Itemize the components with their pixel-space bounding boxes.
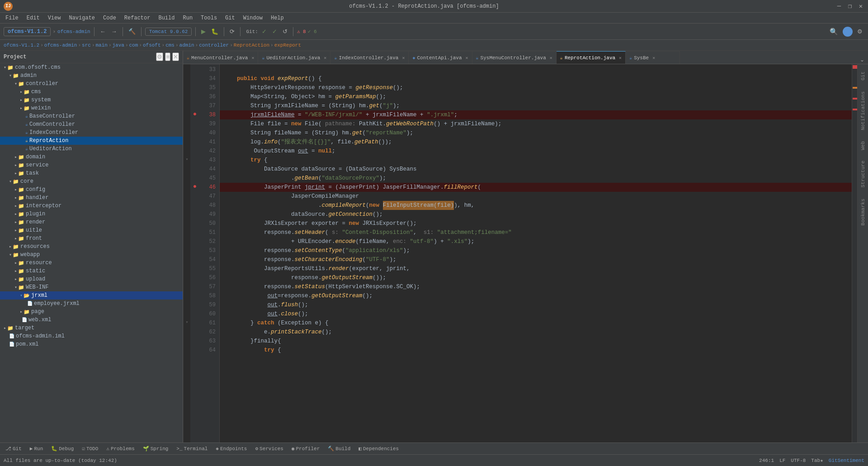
- tab-close-4[interactable]: ✕: [466, 55, 468, 61]
- bp-42[interactable]: [190, 146, 199, 155]
- fold-57[interactable]: [184, 281, 190, 290]
- tab-close-5[interactable]: ✕: [550, 55, 552, 61]
- fold-63[interactable]: [184, 336, 190, 345]
- fold-54[interactable]: [184, 254, 190, 263]
- tab-menucontroller[interactable]: ☕ MenuController.java ✕: [183, 51, 258, 64]
- tab-sysbe[interactable]: ☕ SysBe ✕: [626, 51, 680, 64]
- tree-item-ueditoraction[interactable]: ☕ UeditorAction: [0, 145, 183, 153]
- bottom-tab-build[interactable]: 🔨 Build: [324, 445, 354, 452]
- tree-item-target[interactable]: ▸ 📁 target: [0, 324, 183, 332]
- sidebar-gear-icon[interactable]: ⚙: [156, 52, 163, 61]
- bottom-tab-endpoints[interactable]: ◈ Endpoints: [212, 445, 250, 452]
- fold-60[interactable]: [184, 309, 190, 318]
- bp-54[interactable]: [190, 254, 199, 263]
- bp-50[interactable]: [190, 218, 199, 227]
- tab-close-1[interactable]: ✕: [251, 55, 254, 61]
- bp-56[interactable]: [190, 272, 199, 281]
- menu-tools[interactable]: Tools: [197, 14, 221, 22]
- tab-close-3[interactable]: ✕: [402, 55, 405, 61]
- bp-37[interactable]: [190, 100, 199, 109]
- bc-module[interactable]: ofcms-admin: [44, 43, 77, 48]
- tree-item-webxml[interactable]: 📄 web.xml: [0, 316, 183, 324]
- bp-45[interactable]: [190, 173, 199, 182]
- minimize-button[interactable]: —: [835, 2, 843, 10]
- tree-item-system[interactable]: ▸ 📁 system: [0, 96, 183, 104]
- fold-43[interactable]: ▾: [184, 155, 190, 164]
- tree-item-jrxml-folder[interactable]: ▾ 📂 jrxml: [0, 291, 183, 300]
- bp-62[interactable]: [190, 327, 199, 336]
- tree-item-controller[interactable]: ▾ 📁 controller: [0, 80, 183, 88]
- tree-item-webinf[interactable]: ▾ 📁 WEB-INF: [0, 283, 183, 291]
- fold-40[interactable]: [184, 128, 190, 137]
- tree-item-config[interactable]: ▸ 📁 config: [0, 185, 183, 194]
- menu-run[interactable]: Run: [179, 14, 196, 22]
- bp-60[interactable]: [190, 309, 199, 318]
- tree-item-render[interactable]: ▸ 📁 render: [0, 218, 183, 226]
- tree-item-reprotaction[interactable]: ☕ ReprotAction: [0, 137, 183, 145]
- bc-expreport[interactable]: expReport: [274, 43, 301, 48]
- fold-37[interactable]: [184, 100, 190, 109]
- bc-reprotaction[interactable]: ReprotAction: [234, 43, 269, 48]
- bp-61[interactable]: [190, 318, 199, 327]
- tree-item-pomxml[interactable]: 📄 pom.xml: [0, 340, 183, 348]
- bp-57[interactable]: [190, 281, 199, 290]
- menu-help[interactable]: Help: [267, 14, 288, 22]
- project-label[interactable]: ofcms-V1.1.2: [4, 27, 51, 36]
- admin-label[interactable]: ofcms-admin: [57, 29, 90, 34]
- tree-item-plugin[interactable]: ▸ 📁 plugin: [0, 210, 183, 218]
- tree-item-static[interactable]: ▸ 📁 static: [0, 267, 183, 275]
- bp-51[interactable]: [190, 227, 199, 236]
- fold-62[interactable]: [184, 327, 190, 336]
- bottom-tab-debug[interactable]: 🐛 Debug: [47, 445, 77, 452]
- bp-33[interactable]: [190, 64, 199, 73]
- fold-45[interactable]: [184, 173, 190, 182]
- bp-43[interactable]: [190, 155, 199, 164]
- debug-button[interactable]: 🐛: [209, 27, 220, 36]
- settings-button[interactable]: ⚙: [855, 27, 864, 36]
- back-button[interactable]: ←: [98, 27, 108, 36]
- tab-close-6[interactable]: ✕: [652, 55, 655, 61]
- tree-item-uitle[interactable]: ▸ 📁 uitle: [0, 226, 183, 234]
- bottom-tab-services[interactable]: ⚙ Services: [251, 445, 287, 452]
- error-marker-2[interactable]: [853, 109, 857, 110]
- tree-item-webapp[interactable]: ▾ 📁 webapp: [0, 251, 183, 259]
- tab-close-active[interactable]: ✕: [619, 55, 622, 61]
- menu-file[interactable]: File: [2, 14, 22, 22]
- menu-navigate[interactable]: Navigate: [65, 14, 99, 22]
- fold-44[interactable]: [184, 164, 190, 173]
- fold-47[interactable]: [184, 191, 190, 200]
- menu-code[interactable]: Code: [99, 14, 120, 22]
- tree-item-interceptor[interactable]: ▸ 📁 interceptor: [0, 202, 183, 210]
- web-panel-tab[interactable]: Web: [859, 138, 867, 154]
- bc-controller[interactable]: controller: [199, 43, 229, 48]
- bp-53[interactable]: [190, 245, 199, 254]
- tree-item-package[interactable]: ▾ 📁 com.ofsoft.cms: [0, 63, 183, 71]
- fold-58[interactable]: [184, 290, 190, 300]
- bp-39[interactable]: [190, 119, 199, 128]
- bc-com[interactable]: com: [129, 43, 138, 48]
- fold-39[interactable]: [184, 119, 190, 128]
- tree-item-service[interactable]: ▸ 📁 service: [0, 161, 183, 169]
- menu-refactor[interactable]: Refactor: [121, 14, 154, 22]
- notifications-panel-tab[interactable]: Notifications: [859, 88, 867, 134]
- tab-close-2[interactable]: ✕: [324, 55, 326, 61]
- git-undo[interactable]: ↺: [281, 27, 289, 36]
- menu-view[interactable]: View: [44, 14, 65, 22]
- build-button[interactable]: 🔨: [127, 27, 137, 36]
- tab-reprotaction[interactable]: ☕ ReprotAction.java ✕: [557, 51, 626, 64]
- git-checkmark-2[interactable]: ✓: [270, 27, 279, 36]
- sidebar-collapse-icon[interactable]: ≡: [165, 52, 170, 61]
- menu-build[interactable]: Build: [155, 14, 178, 22]
- bp-36[interactable]: [190, 91, 199, 100]
- tab-contentapi[interactable]: ◈ ContentApi.java ✕: [409, 51, 472, 64]
- warn-marker-1[interactable]: [853, 87, 857, 89]
- bp-64[interactable]: [190, 345, 199, 354]
- code-content[interactable]: public void expReport() { HttpServletRes…: [220, 64, 852, 442]
- fold-56[interactable]: [184, 272, 190, 281]
- fold-49[interactable]: [184, 209, 190, 218]
- tree-item-task[interactable]: ▸ 📁 task: [0, 169, 183, 177]
- bp-49[interactable]: [190, 209, 199, 218]
- error-marker-top[interactable]: [853, 65, 857, 69]
- bp-44[interactable]: [190, 164, 199, 173]
- fold-38[interactable]: [184, 109, 190, 119]
